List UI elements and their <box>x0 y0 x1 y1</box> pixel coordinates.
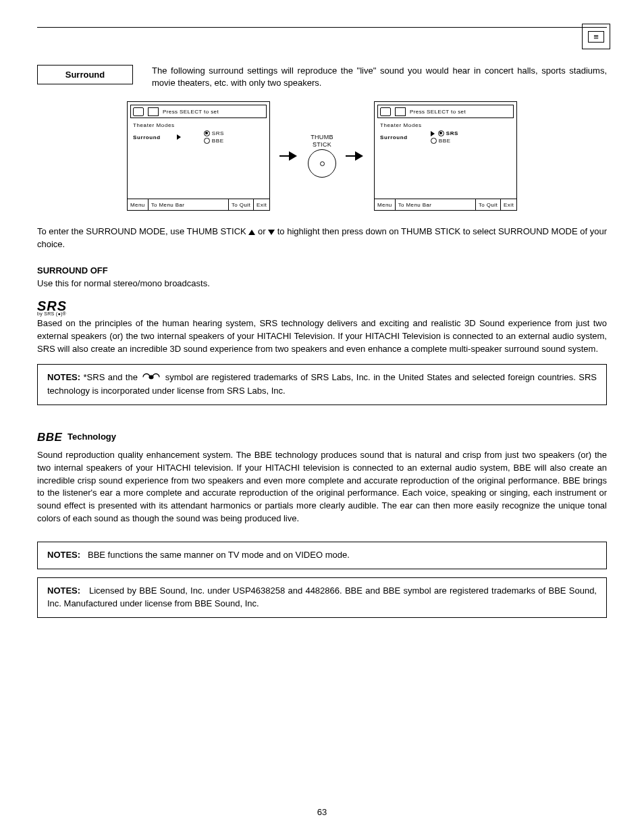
srs-paragraph: Based on the principles of the human hea… <box>37 317 607 356</box>
osd1-opt-bbe: BBE <box>212 138 224 144</box>
osd1-to-menu-bar: To Menu Bar <box>149 199 188 210</box>
radio-empty-icon <box>431 138 437 144</box>
osd2-theater-modes: Theater Modes <box>380 122 511 128</box>
bbe-logo: BBE <box>37 429 62 446</box>
osd-screen-2: Press SELECT to set Theater Modes Surrou… <box>374 101 517 211</box>
osd1-top-label: Press SELECT to set <box>163 109 219 115</box>
osd2-top-label: Press SELECT to set <box>410 109 466 115</box>
osd2-to-quit: To Quit <box>475 199 501 210</box>
surround-off-paragraph: Use this for normal stereo/mono broadcas… <box>37 278 607 290</box>
bbe-note1-text: BBE functions the same manner on TV mode… <box>88 550 350 560</box>
arrow-right-icon <box>177 134 181 140</box>
thumb-stick-diagram: THUMB STICK <box>308 134 336 178</box>
srs-notes-box: NOTES: *SRS and the symbol are registere… <box>37 364 607 406</box>
notes-label: NOTES: <box>47 585 80 596</box>
page-number: 63 <box>0 807 644 817</box>
bbe-paragraph: Sound reproduction quality enhancement s… <box>37 449 607 525</box>
osd2-exit: Exit <box>501 199 516 210</box>
radio-empty-icon <box>204 138 210 144</box>
flow-arrow-1 <box>279 151 298 161</box>
osd-screen-1: Press SELECT to set Theater Modes Surrou… <box>127 101 270 211</box>
osd1-opt-srs: SRS <box>212 130 224 136</box>
speaker-icon <box>133 107 144 116</box>
bbe-note2-text: Licensed by BBE Sound, Inc. under USP463… <box>47 585 597 608</box>
bbe-notes-box-1: NOTES: BBE functions the same manner on … <box>37 542 607 569</box>
thumbstick-label-2: STICK <box>313 142 331 148</box>
srs-logo-subtext: by SRS (●)® <box>37 312 607 316</box>
header-rule <box>37 27 607 28</box>
osd1-menu: Menu <box>128 199 149 210</box>
notes-label: NOTES: <box>47 372 80 382</box>
osd1-theater-modes: Theater Modes <box>133 122 264 128</box>
osd2-surround-label: Surround <box>380 134 408 140</box>
tv-icon <box>148 107 159 116</box>
triangle-down-icon <box>268 230 275 235</box>
notes-label: NOTES: <box>47 550 80 560</box>
osd2-opt-srs: SRS <box>446 130 458 136</box>
page-corner-tab-icon: ≡ <box>582 24 610 49</box>
osd1-exit: Exit <box>254 199 269 210</box>
tv-icon <box>395 107 406 116</box>
osd1-surround-label: Surround <box>133 134 161 140</box>
speaker-icon <box>380 107 391 116</box>
srs-symbol-icon <box>142 373 161 386</box>
surround-intro-text: The following surround settings will rep… <box>152 65 607 89</box>
radio-filled-icon <box>438 130 444 136</box>
osd1-to-quit: To Quit <box>228 199 254 210</box>
thumbstick-label-1: THUMB <box>311 134 333 140</box>
arrow-right-icon <box>431 131 435 136</box>
osd2-opt-bbe: BBE <box>439 138 451 144</box>
enter-surround-mode-paragraph: To enter the SURROUND MODE, use THUMB ST… <box>37 226 607 251</box>
surround-off-heading: SURROUND OFF <box>37 265 607 278</box>
section-label-surround: Surround <box>37 65 133 84</box>
triangle-up-icon <box>248 230 255 235</box>
osd-diagram-row: Press SELECT to set Theater Modes Surrou… <box>37 101 607 211</box>
radio-filled-icon <box>204 130 210 136</box>
bbe-notes-box-2: NOTES: Licensed by BBE Sound, Inc. under… <box>37 577 607 618</box>
srs-logo: SRS by SRS (●)® <box>37 300 607 316</box>
flow-arrow-2 <box>346 151 365 161</box>
osd2-to-menu-bar: To Menu Bar <box>396 199 435 210</box>
osd2-menu: Menu <box>375 199 396 210</box>
bbe-heading: BBE Technology <box>37 429 607 446</box>
bbe-technology-label: Technology <box>65 432 116 442</box>
srs-logo-text: SRS <box>37 300 607 312</box>
svg-point-0 <box>149 375 154 379</box>
